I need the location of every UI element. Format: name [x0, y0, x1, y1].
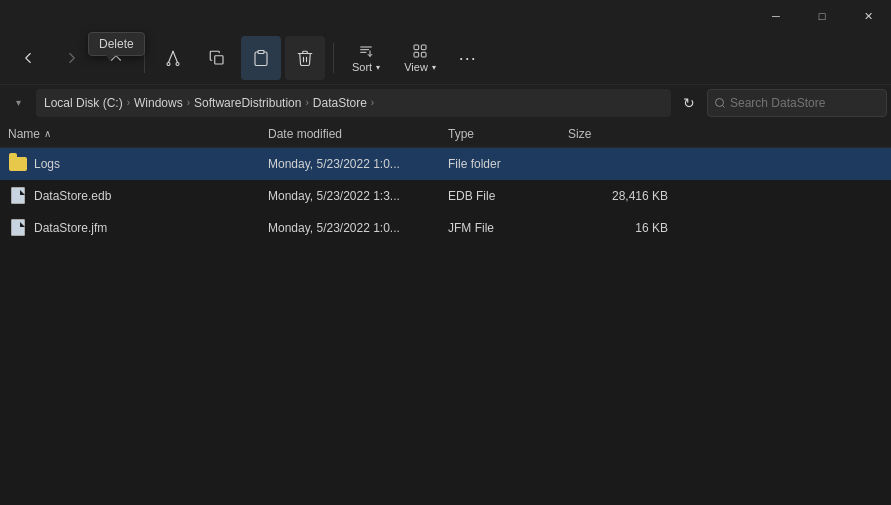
- folder-icon: [8, 154, 28, 174]
- breadcrumb-item-softwaredistribution[interactable]: SoftwareDistribution: [194, 96, 301, 110]
- sort-dropdown-arrow: ▾: [376, 63, 380, 72]
- sort-button[interactable]: Sort ▾: [342, 36, 390, 80]
- cut-button[interactable]: [153, 36, 193, 80]
- svg-point-14: [716, 98, 724, 106]
- breadcrumb-sep-2: ›: [187, 97, 190, 108]
- sort-label: Sort ▾: [352, 61, 380, 73]
- svg-rect-13: [421, 52, 426, 57]
- column-headers: Name ∧ Date modified Type Size: [0, 120, 891, 148]
- breadcrumb-item-local-disk[interactable]: Local Disk (C:): [44, 96, 123, 110]
- svg-line-3: [173, 51, 178, 62]
- file-type: EDB File: [448, 189, 568, 203]
- search-icon: [714, 97, 726, 109]
- file-rows-container: LogsMonday, 5/23/2022 1:0...File folderD…: [0, 148, 891, 244]
- copy-button[interactable]: [197, 36, 237, 80]
- doc-icon: [8, 218, 28, 238]
- file-type: JFM File: [448, 221, 568, 235]
- svg-rect-10: [414, 45, 419, 50]
- view-button[interactable]: View ▾: [394, 36, 446, 80]
- close-button[interactable]: ✕: [845, 0, 891, 32]
- more-button[interactable]: ···: [450, 40, 486, 76]
- column-name[interactable]: Name ∧: [8, 127, 268, 141]
- view-dropdown-arrow: ▾: [432, 63, 436, 72]
- sort-icon: [358, 43, 374, 59]
- sort-indicator: ∧: [44, 128, 51, 139]
- nav-back-icon: [19, 49, 37, 67]
- file-date: Monday, 5/23/2022 1:0...: [268, 221, 448, 235]
- svg-rect-5: [258, 51, 264, 54]
- breadcrumb-sep-4: ›: [371, 97, 374, 108]
- file-date: Monday, 5/23/2022 1:0...: [268, 157, 448, 171]
- table-row[interactable]: DataStore.jfmMonday, 5/23/2022 1:0...JFM…: [0, 212, 891, 244]
- file-name: Logs: [34, 157, 268, 171]
- delete-tooltip: Delete: [88, 32, 145, 56]
- delete-icon: [296, 49, 314, 67]
- title-bar: ─ □ ✕: [0, 0, 891, 32]
- paste-icon: [252, 49, 270, 67]
- file-name: DataStore.jfm: [34, 221, 268, 235]
- view-label: View ▾: [404, 61, 436, 73]
- cut-icon: [164, 49, 182, 67]
- table-row[interactable]: LogsMonday, 5/23/2022 1:0...File folder: [0, 148, 891, 180]
- column-size[interactable]: Size: [568, 127, 668, 141]
- breadcrumb-sep-3: ›: [305, 97, 308, 108]
- file-name: DataStore.edb: [34, 189, 268, 203]
- refresh-button[interactable]: ↻: [675, 89, 703, 117]
- svg-rect-12: [414, 52, 419, 57]
- breadcrumb-sep-1: ›: [127, 97, 130, 108]
- doc-icon: [8, 186, 28, 206]
- title-bar-controls: ─ □ ✕: [753, 0, 891, 32]
- delete-button[interactable]: [285, 36, 325, 80]
- minimize-button[interactable]: ─: [753, 0, 799, 32]
- file-list: Name ∧ Date modified Type Size LogsMonda…: [0, 120, 891, 505]
- svg-rect-11: [421, 45, 426, 50]
- nav-forward-button[interactable]: [52, 36, 92, 80]
- column-type[interactable]: Type: [448, 127, 568, 141]
- search-input[interactable]: [730, 96, 870, 110]
- breadcrumb: Local Disk (C:) › Windows › SoftwareDist…: [36, 89, 671, 117]
- file-size: 28,416 KB: [568, 189, 668, 203]
- svg-rect-4: [215, 56, 223, 64]
- toolbar-separator-2: [333, 43, 334, 73]
- breadcrumb-item-datastore[interactable]: DataStore: [313, 96, 367, 110]
- maximize-button[interactable]: □: [799, 0, 845, 32]
- file-type: File folder: [448, 157, 568, 171]
- copy-icon: [208, 49, 226, 67]
- file-date: Monday, 5/23/2022 1:3...: [268, 189, 448, 203]
- paste-button[interactable]: [241, 36, 281, 80]
- address-bar: ▾ Local Disk (C:) › Windows › SoftwareDi…: [0, 84, 891, 120]
- search-box[interactable]: [707, 89, 887, 117]
- breadcrumb-dropdown[interactable]: ▾: [4, 89, 32, 117]
- toolbar: Delete: [0, 32, 891, 84]
- file-area: Name ∧ Date modified Type Size LogsMonda…: [0, 120, 891, 505]
- svg-line-15: [722, 105, 724, 107]
- view-icon: [412, 43, 428, 59]
- nav-back-button[interactable]: [8, 36, 48, 80]
- column-date[interactable]: Date modified: [268, 127, 448, 141]
- svg-line-2: [169, 51, 174, 62]
- nav-forward-icon: [63, 49, 81, 67]
- file-size: 16 KB: [568, 221, 668, 235]
- breadcrumb-item-windows[interactable]: Windows: [134, 96, 183, 110]
- table-row[interactable]: DataStore.edbMonday, 5/23/2022 1:3...EDB…: [0, 180, 891, 212]
